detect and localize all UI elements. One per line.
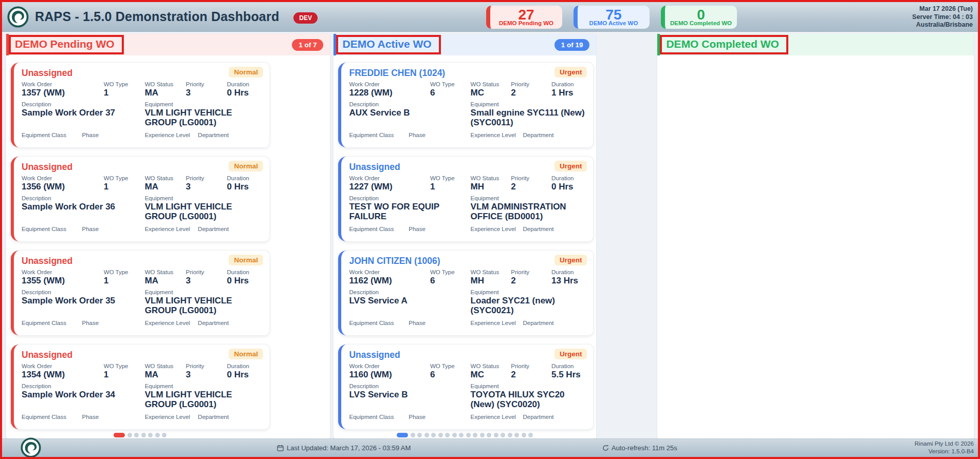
description-label: Description xyxy=(349,101,470,107)
pending-counter: 27 DEMO Pending WO xyxy=(486,6,562,29)
duration-value: 5.5 Hrs xyxy=(551,370,587,379)
page-dot[interactable] xyxy=(480,433,485,437)
work-order-value: 1227 (WM) xyxy=(349,182,430,192)
description-value: AUX Service B xyxy=(349,108,470,118)
work-order-label: Work Order xyxy=(22,269,104,275)
page-dot[interactable] xyxy=(424,433,429,437)
description-value: Sample Work Order 37 xyxy=(22,108,145,118)
page-dot[interactable] xyxy=(514,433,519,437)
department-label: Department xyxy=(523,226,587,232)
card-detail-row: DescriptionLVS Service B EquipmentTOYOTA… xyxy=(349,383,587,414)
annotation-box: DEMO Active WO xyxy=(336,35,440,54)
assignee-name: JOHN CITIZEN (1006) xyxy=(349,255,440,266)
wo-type-label: WO Type xyxy=(104,175,145,181)
card-summary-row: Work Order1160 (WM) WO Type6 WO StatusMC… xyxy=(349,363,587,379)
page-dot[interactable] xyxy=(417,433,422,437)
page-dot[interactable] xyxy=(494,433,498,437)
work-order-card[interactable]: FREDDIE CHEN (1024) Urgent Work Order122… xyxy=(338,63,593,147)
wo-type-value: 1 xyxy=(430,182,471,192)
work-order-card[interactable]: Unassigned Normal Work Order1357 (WM) WO… xyxy=(11,63,269,147)
page-dot[interactable] xyxy=(162,433,167,437)
work-order-value: 1356 (WM) xyxy=(22,182,104,192)
department-label: Department xyxy=(523,414,587,420)
pending-column-title: DEMO Pending WO xyxy=(15,38,115,50)
equipment-class-label: Equipment Class xyxy=(22,132,82,138)
equipment-class-label: Equipment Class xyxy=(22,226,82,232)
page-dot[interactable] xyxy=(134,433,139,437)
page-dot[interactable] xyxy=(501,433,505,437)
auto-refresh-text: Auto-refresh: 11m 25s xyxy=(612,444,677,452)
card-header: Unassigned Normal xyxy=(22,255,263,266)
description-value: Sample Work Order 34 xyxy=(22,390,145,399)
page-dot[interactable] xyxy=(459,433,464,437)
work-order-card[interactable]: Unassigned Normal Work Order1356 (WM) WO… xyxy=(11,157,269,241)
page-dot[interactable] xyxy=(148,433,153,437)
duration-label: Duration xyxy=(551,81,587,87)
duration-label: Duration xyxy=(551,363,587,369)
page-dot[interactable] xyxy=(528,433,533,437)
page-dot[interactable] xyxy=(487,433,491,437)
work-order-label: Work Order xyxy=(349,81,430,87)
page-dot[interactable] xyxy=(452,433,457,437)
page-dot[interactable] xyxy=(141,433,146,437)
page-dot[interactable] xyxy=(522,433,526,437)
wo-status-label: WO Status xyxy=(145,175,186,181)
wo-status-label: WO Status xyxy=(145,269,186,275)
duration-label: Duration xyxy=(551,175,587,181)
priority-label: Priority xyxy=(511,269,551,275)
wo-status-value: MA xyxy=(145,182,186,192)
annotation-box: DEMO Pending WO xyxy=(9,35,124,54)
priority-value: 2 xyxy=(511,88,551,98)
priority-label: Priority xyxy=(186,363,227,369)
wo-type-label: WO Type xyxy=(430,81,471,87)
pending-page-indicator: 1 of 7 xyxy=(292,39,323,51)
phase-label: Phase xyxy=(409,320,470,326)
work-order-card[interactable]: Unassigned Urgent Work Order1160 (WM) WO… xyxy=(338,345,593,429)
work-order-card[interactable]: JOHN CITIZEN (1006) Urgent Work Order116… xyxy=(338,251,593,335)
raps-logo-icon xyxy=(7,6,29,28)
work-order-card[interactable]: Unassigned Normal Work Order1354 (WM) WO… xyxy=(11,345,269,429)
card-summary-row: Work Order1356 (WM) WO Type1 WO StatusMA… xyxy=(22,175,263,192)
phase-label: Phase xyxy=(82,414,145,420)
page-dot[interactable] xyxy=(127,433,132,437)
page-dot[interactable] xyxy=(411,433,415,437)
wo-status-label: WO Status xyxy=(471,175,511,181)
page-dot[interactable] xyxy=(473,433,477,437)
duration-label: Duration xyxy=(227,269,263,275)
priority-label: Priority xyxy=(186,269,227,275)
page-title: RAPS - 1.5.0 Demonstration Dashboard xyxy=(35,9,279,24)
page-dot[interactable] xyxy=(508,433,512,437)
equipment-label: Equipment xyxy=(145,101,263,107)
equipment-value: TOYOTA HILUX SYC20 (New) (SYC0020) xyxy=(471,390,587,409)
page-dot[interactable] xyxy=(155,433,160,437)
work-order-card[interactable]: Unassigned Normal Work Order1355 (WM) WO… xyxy=(11,251,269,335)
duration-value: 0 Hrs xyxy=(227,370,263,379)
wo-type-value: 1 xyxy=(104,182,145,192)
page-dot[interactable] xyxy=(397,433,408,437)
card-meta-row: Equipment Class Phase Experience Level D… xyxy=(349,132,587,139)
equipment-label: Equipment xyxy=(145,195,263,201)
card-detail-row: DescriptionSample Work Order 37 Equipmen… xyxy=(22,101,263,132)
experience-level-label: Experience Level xyxy=(471,226,523,232)
pending-count-label: DEMO Pending WO xyxy=(499,20,553,26)
experience-level-label: Experience Level xyxy=(145,414,198,420)
pending-card-list: Unassigned Normal Work Order1357 (WM) WO… xyxy=(6,55,330,429)
work-order-board: DEMO Pending WO 1 of 7 Unassigned Normal… xyxy=(2,32,978,438)
card-summary-row: Work Order1228 (WM) WO Type6 WO StatusMC… xyxy=(349,81,587,98)
wo-type-label: WO Type xyxy=(104,269,145,275)
card-summary-row: Work Order1355 (WM) WO Type1 WO StatusMA… xyxy=(22,269,263,285)
department-label: Department xyxy=(198,414,263,420)
work-order-card[interactable]: Unassigned Urgent Work Order1227 (WM) WO… xyxy=(338,157,593,241)
assignee-name: Unassigned xyxy=(22,67,72,79)
page-dot[interactable] xyxy=(431,433,436,437)
server-time: Server Time: 04 : 03 xyxy=(912,13,973,22)
duration-value: 0 Hrs xyxy=(227,88,263,98)
page-dot[interactable] xyxy=(466,433,471,437)
page-dot[interactable] xyxy=(445,433,450,437)
equipment-class-label: Equipment Class xyxy=(22,414,82,420)
description-value: LVS Service B xyxy=(349,390,470,399)
page-dot[interactable] xyxy=(438,433,443,437)
page-dot[interactable] xyxy=(114,433,125,437)
card-header: Unassigned Normal xyxy=(22,349,263,360)
description-label: Description xyxy=(22,383,145,389)
